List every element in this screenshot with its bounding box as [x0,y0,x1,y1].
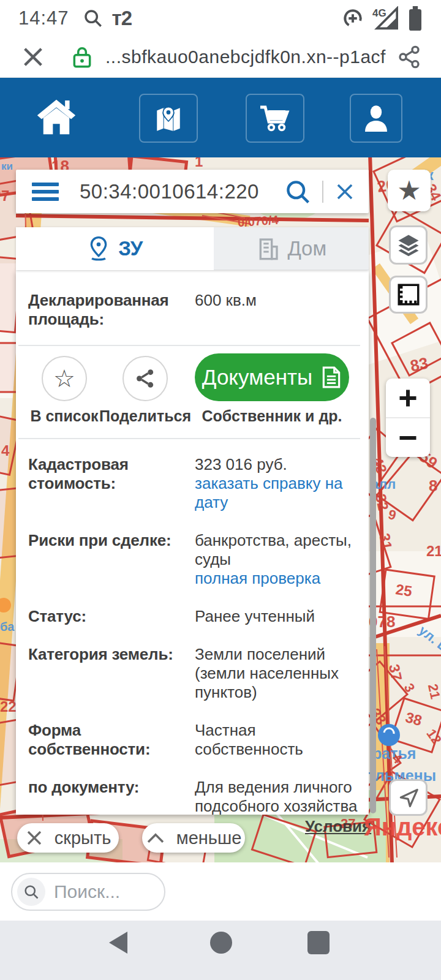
add-to-list-button[interactable]: ☆ [42,356,87,401]
parcel-details: Кадастровая стоимость: 323 016 руб. зака… [16,439,369,815]
minus-icon [397,427,419,449]
carrier-logo: т2 [112,7,132,30]
status-search-icon [83,8,104,29]
person-icon [363,104,390,132]
owner-label: Собственник и др. [202,407,342,425]
secure-lock-icon[interactable] [72,45,92,69]
value-text: банкротства, аресты, суды [195,531,360,569]
close-tab-icon[interactable] [21,45,45,69]
menu-icon[interactable] [32,179,59,205]
star-icon: ★ [397,177,421,204]
row-label: Кадастровая стоимость: [28,455,195,512]
object-type-tabs: ЗУ Дом [16,227,369,270]
cart-nav-button[interactable] [246,94,304,143]
row-value: банкротства, аресты, суды полная проверк… [195,531,360,588]
browser-search-field[interactable]: Поиск... [11,873,165,911]
tab-label: ЗУ [118,237,143,260]
cadastral-search-bar: 50:34:0010614:220 [16,170,369,213]
tab-house[interactable]: Дом [214,227,369,270]
full-check-link[interactable]: полная проверка [195,569,360,588]
search-placeholder: Поиск... [54,881,120,902]
share-icon [134,367,157,390]
clock: 14:47 [18,7,69,29]
tab-land-parcel[interactable]: ЗУ [16,227,214,270]
row-value: 323 016 руб. заказать справку на дату [195,455,360,512]
share-page-icon[interactable] [397,45,421,69]
clear-search-icon[interactable] [333,180,356,203]
zoom-control [386,379,430,457]
cadastral-value-row: Кадастровая стоимость: 323 016 руб. зака… [28,455,360,512]
hide-panel-label: скрыть [55,828,111,848]
value-text: 323 016 руб. [195,455,360,474]
row-value: Частная собственность [195,721,360,759]
measure-button[interactable] [389,276,428,314]
map-icon [153,104,184,132]
profile-nav-button[interactable] [350,94,402,143]
deal-risks-row: Риски при сделке: банкротства, аресты, с… [28,531,360,588]
ownership-form-row: Форма собственности: Частная собственнос… [28,721,360,759]
home-icon[interactable] [36,97,77,137]
document-icon [321,366,342,389]
site-nav-bar [0,78,441,157]
row-value: 600 кв.м [195,291,360,329]
phone-screen: 181ки70/070/4аЗВVк26348341355943328алл93… [0,0,441,980]
location-arrow-icon [397,786,420,809]
row-value: Земли поселений (земли населенных пункто… [195,645,360,702]
declared-area-row: Декларированная площадь: 600 кв.м [16,270,369,345]
permitted-use-row: по документу: Для ведения личного подсоб… [28,778,360,815]
signal-icon: 4G [372,6,399,31]
cart-icon [259,104,291,132]
layers-button[interactable] [389,225,428,265]
land-category-row: Категория земель: Земли поселений (земли… [28,645,360,702]
ruler-icon [396,282,421,307]
map-nav-button[interactable] [139,94,198,143]
browser-bottom-bar: Поиск... [0,862,441,921]
hide-panel-button[interactable]: скрыть [17,823,119,853]
data-saver-icon [342,7,364,29]
building-icon [255,236,280,261]
collapse-panel-button[interactable]: меньше [142,823,245,853]
back-button[interactable] [109,932,127,954]
row-label: Риски при сделке: [28,531,195,588]
row-label: по документу: [28,778,195,815]
action-buttons-row: ☆ Документы В список Поделиться Собствен… [16,346,369,438]
share-button[interactable] [123,356,168,401]
add-to-list-label: В список [30,407,98,425]
row-label: Статус: [28,607,195,626]
star-outline-icon: ☆ [53,366,75,391]
documents-button-label: Документы [202,365,312,390]
plus-icon [397,387,419,409]
panel-scrollbar[interactable] [370,418,376,813]
zoom-out-button[interactable] [386,418,430,457]
parcel-info-panel: Декларированная площадь: 600 кв.м ☆ Доку… [16,270,369,815]
close-icon [25,829,43,847]
chevron-up-icon [146,831,165,845]
collapse-panel-label: меньше [176,828,242,848]
search-icon [23,883,40,900]
home-button[interactable] [210,932,232,954]
my-location-button[interactable] [389,779,428,816]
url-text[interactable]: ...sbfkauo0anebcjdfk0n.xn--p1acf [105,47,397,67]
android-nav-bar [0,921,441,980]
order-certificate-link[interactable]: заказать справку на дату [195,474,360,512]
row-label: Форма собственности: [28,721,195,759]
battery-icon [408,6,423,31]
share-label: Поделиться [99,407,191,425]
status-row: Статус: Ранее учтенный [28,607,360,626]
row-value: Ранее учтенный [195,607,360,626]
documents-button[interactable]: Документы [195,353,349,401]
recents-button[interactable] [307,931,330,954]
status-bar: 14:47 т2 4G [0,0,441,37]
divider [322,181,323,203]
layers-icon [395,232,422,258]
tab-label: Дом [287,237,326,260]
row-value: Для ведения личного подсобного хозяйства [195,778,360,815]
zoom-in-button[interactable] [386,379,430,418]
network-type-label: 4G [372,7,386,20]
land-pin-icon [86,235,111,262]
browser-url-bar: ...sbfkauo0anebcjdfk0n.xn--p1acf [0,37,441,78]
search-icon[interactable] [284,178,311,205]
favorites-button[interactable]: ★ [388,170,431,211]
row-label: Категория земель: [28,645,195,702]
search-input[interactable]: 50:34:0010614:220 [80,180,284,203]
